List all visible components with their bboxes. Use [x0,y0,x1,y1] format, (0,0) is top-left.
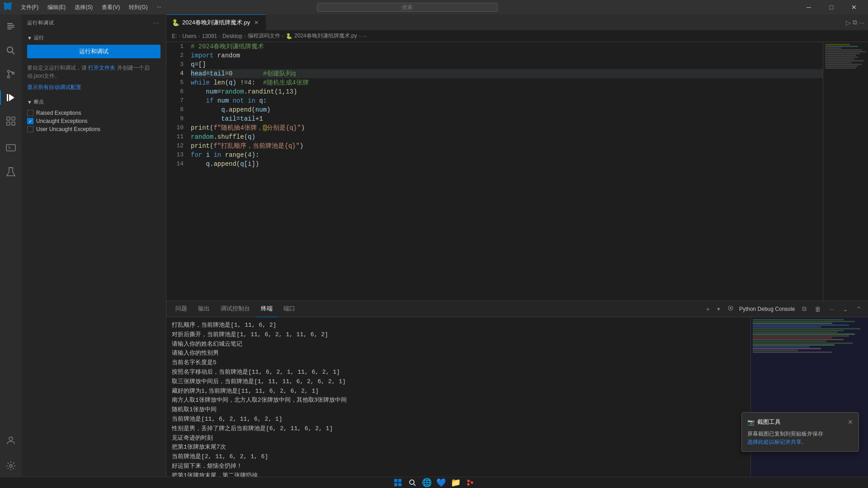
svg-point-23 [730,307,731,309]
tab-bar: 🐍 2024春晚刘谦纸牌魔术.py ✕ ▷ ⧉ ··· [166,14,868,30]
breadcrumb-more[interactable]: ··· [363,33,367,39]
breadcrumb-filename[interactable]: 2024春晚刘谦纸牌魔术.py [294,32,357,40]
run-file-btn[interactable]: ▷ [846,19,851,26]
tab-close-btn[interactable]: ✕ [253,19,260,26]
taskbar-vscode[interactable]: 💙 [436,477,447,488]
breakpoint-raised: Raised Exceptions [27,109,160,117]
editor-more-btn[interactable]: ··· [859,19,864,26]
console-line-1: 打乱顺序，当前牌池是[1, 11, 6, 2] [172,321,745,330]
split-editor-btn[interactable]: ⧉ [853,19,857,26]
menu-select[interactable]: 选择(S) [71,3,96,12]
breadcrumb-folder[interactable]: 编程源码文件 [248,32,280,40]
panel-tab-terminal[interactable]: 终端 [255,301,278,317]
activity-source-control[interactable] [0,63,22,85]
ln-9: 9 [166,114,184,123]
expand-panel-btn[interactable]: ⌃ [854,305,864,314]
delete-panel-btn[interactable]: 🗑 [812,305,824,314]
code-line-2: import random [191,51,823,60]
sidebar-more-btn[interactable]: ··· [152,18,160,27]
minimap-content [823,42,868,71]
panel-tab-ports[interactable]: 端口 [278,301,301,317]
screenshot-share-link[interactable]: 选择此处以标记并共享。 [747,439,807,445]
screenshot-tool-close-btn[interactable]: ✕ [848,418,853,426]
search-bar[interactable] [317,3,498,12]
show-configs-link[interactable]: 显示所有自动调试配置 [27,84,160,91]
panel-tab-problems[interactable]: 问题 [170,301,193,317]
ln-2: 2 [166,51,184,60]
maximize-btn[interactable]: □ [821,0,842,14]
run-debug-button[interactable]: 运行和调试 [27,45,160,58]
sidebar: 运行和调试 ··· ▼ 运行 运行和调试 要自定义运行和调试，请 打开文件夹 并… [22,14,166,477]
start-btn[interactable] [392,477,403,488]
code-content[interactable]: # 2024春晚刘谦纸牌魔术 import random q=[] head=t… [189,42,823,300]
screenshot-icon: 📷 [747,419,755,426]
panel-tab-output[interactable]: 输出 [193,301,215,317]
ln-6: 6 [166,87,184,96]
code-editor[interactable]: 1 2 3 4 5 6 7 8 9 10 11 12 13 14 # 2024春… [166,42,868,300]
breadcrumb-users[interactable]: Users [182,33,196,39]
breakpoint-user-uncaught: User Uncaught Exceptions [27,125,160,133]
more-panel-btn[interactable]: ··· [826,305,837,314]
breakpoints-title[interactable]: ▼ 断点 [27,99,160,105]
minimize-btn[interactable]: ─ [798,0,819,14]
breadcrumb-file-icon: 🐍 [286,33,292,39]
panel-layout: 打乱顺序，当前牌池是[1, 11, 6, 2] 对折后撕开，当前牌池是[1, 1… [166,317,868,477]
taskbar-edge[interactable]: 🌐 [421,477,432,488]
menu-edit[interactable]: 编辑(E) [44,3,69,12]
sidebar-header: 运行和调试 ··· [22,14,166,31]
terminal-dropdown-btn[interactable]: ▼ [715,305,722,313]
activity-accounts[interactable] [0,430,22,451]
svg-point-28 [410,480,414,484]
activity-testing[interactable] [0,161,22,183]
uncaught-exceptions-checkbox[interactable] [27,118,33,124]
sidebar-header-actions: ··· [152,18,160,27]
run-section-title[interactable]: ▼ 运行 [27,34,160,41]
svg-rect-13 [12,117,15,120]
activity-settings[interactable] [0,455,22,477]
search-input[interactable] [317,3,498,12]
svg-point-5 [7,47,13,52]
open-folder-link[interactable]: 打开文件夹 [88,65,115,71]
ln-3: 3 [166,60,184,69]
taskbar-git[interactable] [465,477,476,488]
collapse-panel-btn[interactable]: ⌄ [840,305,851,314]
panel-content[interactable]: 打乱顺序，当前牌池是[1, 11, 6, 2] 对折后撕开，当前牌池是[1, 1… [166,317,750,477]
windows-taskbar: 🌐 💙 📁 [0,477,868,488]
menu-more[interactable]: ··· [153,3,165,12]
menu-view[interactable]: 查看(V) [98,3,123,12]
tab-icon: 🐍 [172,19,179,26]
breadcrumb-13091[interactable]: 13091 [202,33,217,39]
svg-rect-3 [7,27,14,28]
code-line-12: print(f"打乱顺序，当前牌池是{q}") [191,141,823,150]
editor-area: 🐍 2024春晚刘谦纸牌魔术.py ✕ ▷ ⧉ ··· E: › Users ›… [166,14,868,477]
code-line-4: head=tail=0 #创建队列q [191,69,823,78]
debug-console-label [725,304,736,314]
panel-right-preview [750,317,868,477]
user-uncaught-exceptions-checkbox[interactable] [27,126,33,132]
raised-exceptions-checkbox[interactable] [27,110,33,116]
activity-remote[interactable] [0,137,22,159]
breadcrumb-drive[interactable]: E: [172,33,177,39]
activity-explorer[interactable] [0,16,22,38]
split-panel-btn[interactable]: ⧉ [799,304,809,314]
code-line-14: q.append(q[i]) [191,160,823,169]
panel-tab-debug-console[interactable]: 调试控制台 [215,301,255,317]
title-bar: 文件(F) 编辑(E) 选择(S) 查看(V) 转到(G) ··· ─ □ ✕ [0,0,868,14]
line-numbers: 1 2 3 4 5 6 7 8 9 10 11 12 13 14 [166,42,189,300]
activity-extensions[interactable] [0,110,22,132]
svg-rect-4 [7,28,12,29]
breadcrumb-desktop[interactable]: Desktop [222,33,242,39]
code-line-3: q=[] [191,60,823,69]
editor-actions: ▷ ⧉ ··· [842,19,868,26]
activity-search[interactable] [0,40,22,61]
uncaught-exceptions-label: Uncaught Exceptions [36,118,87,124]
taskbar-search[interactable] [407,477,418,488]
close-btn[interactable]: ✕ [844,0,864,14]
add-terminal-btn[interactable]: + [703,305,712,314]
active-tab[interactable]: 🐍 2024春晚刘谦纸牌魔术.py ✕ [166,14,266,30]
activity-run-debug[interactable] [0,87,22,108]
taskbar-file-mgr[interactable]: 📁 [450,477,461,488]
svg-point-8 [8,76,10,78]
menu-file[interactable]: 文件(F) [17,3,42,12]
menu-goto[interactable]: 转到(G) [125,3,151,12]
